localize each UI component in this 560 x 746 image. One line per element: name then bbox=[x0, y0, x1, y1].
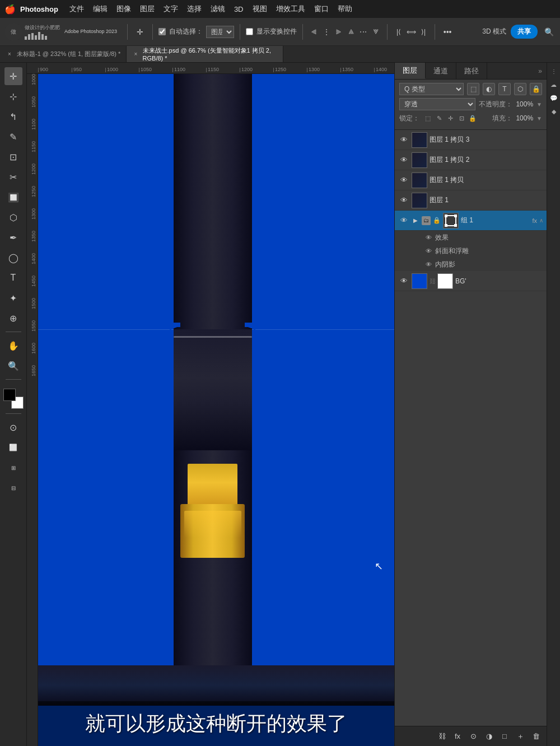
dist-right-icon[interactable]: ⟩| bbox=[418, 26, 429, 38]
layer-new-icon[interactable]: ＋ bbox=[514, 730, 526, 743]
text-tool[interactable]: T bbox=[4, 269, 22, 287]
screen-mode-tool[interactable]: ⬜ bbox=[4, 439, 22, 456]
layer-arrow-group1[interactable]: ∧ bbox=[539, 217, 543, 223]
side-icon-comment[interactable]: 💬 bbox=[548, 92, 560, 104]
align-right-icon[interactable]: ⫸ bbox=[333, 26, 344, 38]
layers-tab[interactable]: 图层 bbox=[395, 63, 426, 79]
auto-select-checkbox[interactable] bbox=[158, 28, 166, 35]
zoom-out-tool[interactable]: ⊕ bbox=[4, 309, 22, 327]
layer-item-group1[interactable]: 👁 ▶ 🗂 🔒 组 1 fx ∧ bbox=[395, 211, 547, 231]
lock-all-icon[interactable]: 🔒 bbox=[468, 113, 478, 123]
menu-edit[interactable]: 编辑 bbox=[88, 3, 112, 15]
lock-transparent-icon[interactable]: ⬚ bbox=[423, 113, 433, 123]
menu-help[interactable]: 帮助 bbox=[333, 3, 357, 15]
more-options-icon[interactable]: ••• bbox=[441, 25, 454, 39]
filter-pixel-icon[interactable]: ⬚ bbox=[467, 83, 479, 95]
layer-item-copy2[interactable]: 👁 图层 1 拷贝 2 bbox=[395, 150, 547, 170]
side-icon-grip[interactable]: ⋮ bbox=[548, 65, 560, 77]
effect-item-bevel[interactable]: 👁 斜面和浮雕 bbox=[395, 244, 547, 258]
transform-control-checkbox[interactable] bbox=[246, 28, 253, 35]
layer-item-copy1[interactable]: 👁 图层 1 拷贝 bbox=[395, 170, 547, 190]
move-tool[interactable]: ✛ bbox=[4, 67, 22, 85]
auto-select-dropdown[interactable]: 图层 组 bbox=[206, 26, 234, 38]
layer-filter-dropdown[interactable]: Q 类型 名称 bbox=[399, 83, 464, 95]
tab-close-untitled[interactable]: × bbox=[6, 50, 13, 58]
extra-tools[interactable]: ⊞ bbox=[4, 459, 22, 477]
extra-tools-2[interactable]: ⊟ bbox=[4, 479, 22, 497]
search-icon[interactable]: 🔍 bbox=[542, 25, 556, 39]
layer-vis-copy3[interactable]: 👁 bbox=[398, 134, 409, 146]
paths-tab[interactable]: 路径 bbox=[456, 63, 487, 79]
hand-tool[interactable]: ✋ bbox=[4, 337, 22, 355]
tab-future-soldier[interactable]: × 未来战士.psd @ 66.7% (矢量智能对象1 拷贝 2, RGB/8)… bbox=[127, 46, 283, 62]
align-top-icon[interactable]: ⫷ bbox=[346, 26, 357, 38]
menu-text[interactable]: 文字 bbox=[159, 3, 183, 15]
menu-3d[interactable]: 3D bbox=[230, 4, 248, 15]
effect-vis-bevel[interactable]: 👁 bbox=[424, 246, 433, 255]
menu-layer[interactable]: 图层 bbox=[136, 3, 159, 15]
layer-vis-copy2[interactable]: 👁 bbox=[398, 155, 409, 166]
zoom-tool[interactable]: 🔍 bbox=[4, 357, 22, 375]
tab-untitled[interactable]: × 未标题-1 @ 232% (组 1, 图层蒙版/8) * bbox=[0, 46, 127, 62]
panel-expand-icon[interactable]: » bbox=[534, 63, 547, 79]
menu-file[interactable]: 文件 bbox=[65, 3, 88, 15]
canvas-area[interactable]: 900 950 1000 1050 1100 1150 1200 1250 13… bbox=[27, 63, 394, 746]
effect-item-inner-shadow[interactable]: 👁 内阴影 bbox=[395, 258, 547, 271]
layer-expand-group1[interactable]: ▶ bbox=[412, 217, 419, 225]
pen-tool[interactable]: ✒ bbox=[4, 229, 22, 246]
layer-item-bg[interactable]: 👁 ⛓ BG' bbox=[395, 271, 547, 291]
layer-vis-copy1[interactable]: 👁 bbox=[398, 175, 409, 186]
effect-vis-inner-shadow[interactable]: 👁 bbox=[424, 260, 433, 269]
opacity-arrow[interactable]: ▼ bbox=[536, 101, 542, 108]
fill-arrow[interactable]: ▼ bbox=[536, 115, 542, 122]
lock-artboard-icon[interactable]: ⊡ bbox=[456, 113, 466, 123]
filter-shape-icon[interactable]: ⬡ bbox=[514, 83, 526, 95]
layer-item-layer1[interactable]: 👁 图层 1 bbox=[395, 190, 547, 211]
layer-mask-icon[interactable]: ⊙ bbox=[467, 730, 479, 743]
brush-tool[interactable]: ✎ bbox=[4, 128, 22, 146]
crop-tool[interactable]: ⊡ bbox=[4, 148, 22, 166]
layer-adjust-icon[interactable]: ◑ bbox=[483, 730, 495, 743]
clone-tool[interactable]: ⬡ bbox=[4, 208, 22, 226]
layer-link-icon[interactable]: ⛓ bbox=[436, 730, 448, 743]
layer-vis-layer1[interactable]: 👁 bbox=[398, 195, 409, 206]
canvas[interactable]: 就可以形成这种断开的效果了 ↖ bbox=[38, 74, 394, 746]
menu-window[interactable]: 窗口 bbox=[310, 3, 333, 15]
filter-adjust-icon[interactable]: ◐ bbox=[483, 83, 495, 95]
quick-mask-tool[interactable]: ⊙ bbox=[4, 418, 22, 436]
lock-image-icon[interactable]: ✎ bbox=[434, 113, 444, 123]
shape-tool[interactable]: ◯ bbox=[4, 249, 22, 267]
blend-mode-dropdown[interactable]: 穿透 正常 正片叠底 bbox=[399, 98, 475, 110]
menu-plugins[interactable]: 增效工具 bbox=[272, 3, 310, 15]
menu-view[interactable]: 视图 bbox=[248, 3, 272, 15]
tab-close-future[interactable]: × bbox=[132, 50, 139, 58]
dist-center-h-icon[interactable]: ⟺ bbox=[405, 26, 417, 38]
effect-vis-effects[interactable]: 👁 bbox=[424, 233, 433, 242]
align-bottom-icon[interactable]: ⫸ bbox=[370, 26, 381, 38]
share-button[interactable]: 共享 bbox=[511, 25, 538, 39]
lasso-tool[interactable]: ↰ bbox=[4, 108, 22, 125]
dist-left-icon[interactable]: |⟨ bbox=[393, 26, 404, 38]
layer-item-copy3[interactable]: 👁 图层 1 拷贝 3 bbox=[395, 130, 547, 150]
foreground-color-swatch[interactable] bbox=[3, 389, 16, 401]
side-icon-diamond[interactable]: ◆ bbox=[548, 105, 560, 118]
artboard-tool[interactable]: ⊹ bbox=[4, 87, 22, 105]
menu-image[interactable]: 图像 bbox=[112, 3, 136, 15]
menu-filter[interactable]: 滤镜 bbox=[206, 3, 230, 15]
align-center-h-icon[interactable]: ⋮ bbox=[321, 26, 332, 38]
path-select-tool[interactable]: ✦ bbox=[4, 289, 22, 307]
align-middle-v-icon[interactable]: ⋮ bbox=[358, 26, 369, 38]
slice-tool[interactable]: ✂ bbox=[4, 168, 22, 186]
filter-text-icon[interactable]: T bbox=[498, 83, 511, 95]
color-swatches[interactable] bbox=[3, 389, 24, 409]
effect-item-effects[interactable]: 👁 效果 bbox=[395, 231, 547, 244]
side-icon-cloud[interactable]: ☁ bbox=[548, 78, 560, 91]
layer-vis-bg[interactable]: 👁 bbox=[398, 276, 409, 287]
align-left-icon[interactable]: ⫷ bbox=[309, 26, 320, 38]
channels-tab[interactable]: 通道 bbox=[426, 63, 456, 79]
filter-smart-icon[interactable]: 🔒 bbox=[530, 83, 542, 95]
layer-group-btn[interactable]: □ bbox=[498, 730, 511, 743]
apple-menu-icon[interactable]: 🍎 bbox=[4, 4, 16, 15]
heal-tool[interactable]: 🔲 bbox=[4, 188, 22, 206]
move-tool-icon[interactable]: ✛ bbox=[133, 25, 147, 39]
